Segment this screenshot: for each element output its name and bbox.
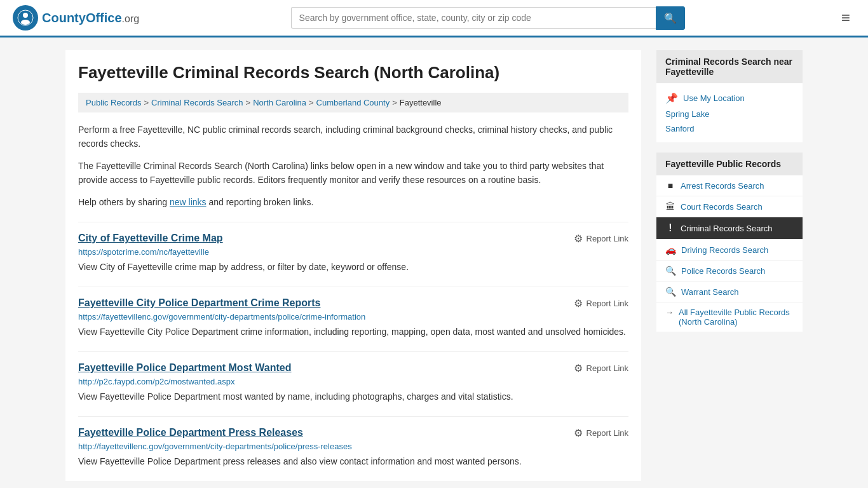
page-title: Fayetteville Criminal Records Search (No…: [78, 63, 628, 83]
report-link-2[interactable]: ⚙ Report Link: [574, 297, 628, 309]
search-bar-container: 🔍: [291, 6, 685, 30]
breadcrumb-sep-2: >: [246, 98, 251, 107]
breadcrumb-sep-4: >: [392, 98, 397, 107]
content-area: Fayetteville Criminal Records Search (No…: [65, 50, 641, 481]
result-item-1: City of Fayetteville Crime Map ⚙ Report …: [78, 222, 628, 274]
report-link-1[interactable]: ⚙ Report Link: [574, 233, 628, 245]
menu-icon[interactable]: ≡: [836, 6, 855, 29]
driving-records-link[interactable]: Driving Records Search: [681, 245, 768, 255]
new-links-link[interactable]: new links: [170, 197, 207, 207]
search-button[interactable]: 🔍: [656, 6, 685, 30]
report-label-1: Report Link: [587, 234, 628, 243]
result-item-2: Fayetteville City Police Department Crim…: [78, 287, 628, 339]
all-records-link[interactable]: All Fayetteville Public Records (North C…: [679, 308, 794, 327]
report-icon-4: ⚙: [574, 427, 583, 439]
desc-para3-suffix: and reporting broken links.: [207, 197, 314, 207]
report-icon-1: ⚙: [574, 233, 583, 245]
description-para-1: Perform a free Fayetteville, NC public c…: [78, 123, 628, 151]
result-url-3[interactable]: http://p2c.faypd.com/p2c/mostwanted.aspx: [78, 377, 628, 386]
result-url-1[interactable]: https://spotcrime.com/nc/fayetteville: [78, 247, 628, 257]
sidebar: Criminal Records Search near Fayettevill…: [656, 50, 803, 481]
sidebar-court-records[interactable]: 🏛 Court Records Search: [656, 196, 803, 217]
driving-icon: 🚗: [665, 245, 676, 255]
breadcrumb-criminal-records[interactable]: Criminal Records Search: [151, 98, 243, 107]
report-label-4: Report Link: [587, 428, 628, 438]
result-title-2[interactable]: Fayetteville City Police Department Crim…: [78, 297, 320, 309]
court-icon: 🏛: [665, 201, 675, 212]
nearby-spring-lake[interactable]: Spring Lake: [665, 107, 794, 121]
nearby-heading: Criminal Records Search near Fayettevill…: [656, 50, 803, 83]
svg-point-1: [23, 13, 28, 18]
breadcrumb: Public Records > Criminal Records Search…: [78, 93, 628, 112]
report-label-2: Report Link: [587, 299, 628, 308]
breadcrumb-public-records[interactable]: Public Records: [86, 98, 141, 107]
sidebar-criminal-records[interactable]: ! Criminal Records Search: [656, 217, 803, 240]
description-para-3: Help others by sharing new links and rep…: [78, 195, 628, 209]
report-link-3[interactable]: ⚙ Report Link: [574, 362, 628, 374]
main-container: Fayetteville Criminal Records Search (No…: [53, 37, 815, 488]
logo-icon: [13, 5, 38, 30]
public-records-section: Fayetteville Public Records ■ Arrest Rec…: [656, 152, 803, 332]
result-url-4[interactable]: http://fayettevillenc.gov/government/cit…: [78, 442, 628, 451]
police-icon: 🔍: [665, 266, 676, 276]
result-desc-2: View Fayetteville City Police Department…: [78, 325, 628, 339]
result-header-1: City of Fayetteville Crime Map ⚙ Report …: [78, 233, 628, 245]
sidebar-arrest-records[interactable]: ■ Arrest Records Search: [656, 175, 803, 196]
use-my-location-item[interactable]: 📌 Use My Location: [665, 90, 794, 107]
warrant-icon: 🔍: [665, 287, 676, 297]
result-desc-1: View City of Fayetteville crime map by a…: [78, 261, 628, 274]
result-header-3: Fayetteville Police Department Most Want…: [78, 362, 628, 374]
report-icon-2: ⚙: [574, 297, 583, 309]
results-list: City of Fayetteville Crime Map ⚙ Report …: [78, 222, 628, 468]
sidebar-all-records[interactable]: → All Fayetteville Public Records (North…: [656, 302, 803, 332]
report-icon-3: ⚙: [574, 362, 583, 374]
breadcrumb-north-carolina[interactable]: North Carolina: [253, 98, 306, 107]
breadcrumb-fayetteville: Fayetteville: [400, 98, 442, 107]
sidebar-police-records[interactable]: 🔍 Police Records Search: [656, 261, 803, 281]
site-header: CountyOffice.org 🔍 ≡: [0, 0, 868, 37]
court-records-link[interactable]: Court Records Search: [681, 202, 763, 212]
use-my-location-link[interactable]: Use My Location: [683, 93, 745, 103]
result-header-4: Fayetteville Police Department Press Rel…: [78, 427, 628, 439]
result-item-4: Fayetteville Police Department Press Rel…: [78, 416, 628, 468]
result-desc-3: View Fayetteville Police Department most…: [78, 390, 628, 403]
svg-point-2: [21, 20, 30, 25]
search-icon: 🔍: [664, 13, 677, 24]
description-para-2: The Fayetteville Criminal Records Search…: [78, 159, 628, 187]
logo-area: CountyOffice.org: [13, 5, 139, 30]
result-title-1[interactable]: City of Fayetteville Crime Map: [78, 233, 223, 244]
result-title-3[interactable]: Fayetteville Police Department Most Want…: [78, 362, 291, 374]
report-link-4[interactable]: ⚙ Report Link: [574, 427, 628, 439]
arrow-icon: →: [665, 308, 674, 317]
arrest-icon: ■: [665, 180, 675, 191]
criminal-icon: !: [665, 222, 675, 234]
result-title-4[interactable]: Fayetteville Police Department Press Rel…: [78, 427, 303, 438]
nearby-section: Criminal Records Search near Fayettevill…: [656, 50, 803, 142]
warrant-search-link[interactable]: Warrant Search: [681, 287, 739, 297]
search-input[interactable]: [291, 7, 656, 29]
logo-text[interactable]: CountyOffice.org: [42, 11, 139, 25]
result-desc-4: View Fayetteville Police Department pres…: [78, 455, 628, 468]
report-label-3: Report Link: [587, 363, 628, 373]
nearby-body: 📌 Use My Location Spring Lake Sanford: [656, 83, 803, 142]
nearby-sanford[interactable]: Sanford: [665, 121, 794, 136]
breadcrumb-cumberland[interactable]: Cumberland County: [316, 98, 390, 107]
breadcrumb-sep-1: >: [144, 98, 149, 107]
result-item-3: Fayetteville Police Department Most Want…: [78, 351, 628, 403]
location-pin-icon: 📌: [665, 92, 678, 104]
sidebar-warrant-search[interactable]: 🔍 Warrant Search: [656, 281, 803, 302]
arrest-records-link[interactable]: Arrest Records Search: [681, 181, 764, 191]
sidebar-driving-records[interactable]: 🚗 Driving Records Search: [656, 240, 803, 261]
result-header-2: Fayetteville City Police Department Crim…: [78, 297, 628, 309]
breadcrumb-sep-3: >: [309, 98, 314, 107]
criminal-records-link[interactable]: Criminal Records Search: [681, 224, 773, 233]
result-url-2[interactable]: https://fayettevillenc.gov/government/ci…: [78, 312, 628, 322]
police-records-link[interactable]: Police Records Search: [681, 266, 765, 276]
public-records-heading: Fayetteville Public Records: [656, 152, 803, 175]
desc-para3-prefix: Help others by sharing: [78, 197, 170, 207]
